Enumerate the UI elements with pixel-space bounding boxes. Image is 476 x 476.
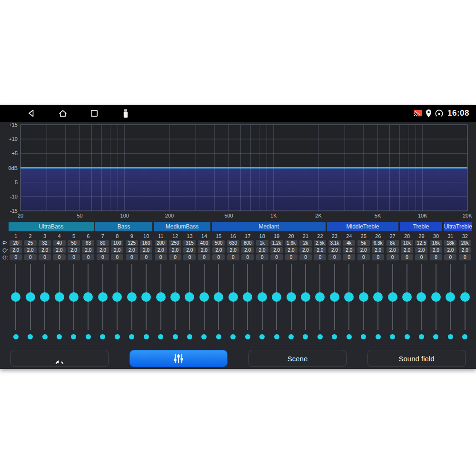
band-gain-slider[interactable] — [182, 261, 197, 333]
slider-knob[interactable] — [402, 292, 412, 302]
band-gain-slider[interactable] — [52, 261, 66, 333]
slider-knob[interactable] — [26, 292, 35, 302]
band-gain-slider[interactable] — [400, 261, 414, 333]
slider-knob[interactable] — [258, 292, 267, 302]
q-row-label: Q: — [2, 247, 8, 254]
recents-button[interactable] — [89, 109, 99, 118]
band-q-value: 2.0 — [285, 247, 298, 253]
slider-knob[interactable] — [185, 292, 194, 302]
band-number: 4 — [58, 233, 60, 240]
band-dot-row — [129, 333, 134, 340]
band-gain-slider[interactable] — [139, 261, 153, 333]
band-indicator-dot — [100, 334, 105, 339]
band-gain-slider[interactable] — [211, 261, 226, 333]
slider-knob[interactable] — [416, 292, 426, 302]
slider-knob[interactable] — [228, 292, 238, 302]
svg-text:1K: 1K — [270, 213, 277, 218]
band-gain-slider[interactable] — [226, 261, 240, 333]
slider-knob[interactable] — [272, 292, 281, 302]
band-freq-value: 1.6k — [285, 240, 298, 246]
band-q-value: 2.0 — [126, 247, 138, 253]
band-gain-slider[interactable] — [9, 261, 23, 333]
band-gain-value: 0 — [227, 254, 239, 260]
band-indicator-dot — [216, 334, 221, 339]
band-freq-value: 315 — [183, 240, 196, 246]
band-gain-slider[interactable] — [153, 261, 168, 333]
slider-knob[interactable] — [315, 292, 325, 302]
band-gain-value: 0 — [256, 254, 268, 260]
slider-knob[interactable] — [156, 292, 166, 302]
band-gain-slider[interactable] — [67, 261, 81, 333]
band-gain-slider[interactable] — [385, 261, 399, 333]
svg-text:20K: 20K — [463, 213, 472, 218]
slider-knob[interactable] — [344, 292, 354, 302]
band-gain-slider[interactable] — [443, 261, 457, 333]
svg-text:-10: -10 — [10, 194, 18, 199]
band-gain-slider[interactable] — [429, 261, 443, 333]
band-gain-slider[interactable] — [342, 261, 356, 333]
band-gain-slider[interactable] — [298, 261, 313, 333]
scene-button[interactable]: Scene — [248, 350, 347, 367]
slider-knob[interactable] — [112, 292, 122, 302]
slider-knob[interactable] — [460, 292, 470, 302]
slider-knob[interactable] — [11, 292, 20, 302]
band-freq-value: 20 — [10, 240, 22, 246]
slider-knob[interactable] — [214, 292, 223, 302]
slider-knob[interactable] — [127, 292, 137, 302]
band-gain-slider[interactable] — [197, 261, 211, 333]
location-icon — [425, 109, 432, 118]
reset-button[interactable] — [10, 350, 109, 367]
band-gain-slider[interactable] — [125, 261, 139, 333]
band-gain-value: 0 — [241, 254, 254, 260]
slider-knob[interactable] — [359, 292, 368, 302]
band-indicator-dot — [303, 334, 308, 339]
band-indicator-dot — [245, 334, 250, 339]
slider-knob[interactable] — [373, 292, 383, 302]
slider-knob[interactable] — [388, 292, 397, 302]
slider-knob[interactable] — [199, 292, 209, 302]
band-gain-slider[interactable] — [96, 261, 110, 333]
band-dot-row — [187, 333, 192, 340]
slider-knob[interactable] — [446, 292, 455, 302]
band-gain-slider[interactable] — [255, 261, 269, 333]
band-gain-slider[interactable] — [357, 261, 371, 333]
band-q-value: 2.0 — [444, 247, 456, 253]
band-gain-slider[interactable] — [240, 261, 255, 333]
band-gain-slider[interactable] — [458, 261, 472, 333]
band-indicator-dot — [274, 334, 279, 339]
bottom-buttons: Scene Sound field — [0, 350, 476, 367]
slider-knob[interactable] — [170, 292, 180, 302]
slider-knob[interactable] — [243, 292, 252, 302]
slider-knob[interactable] — [40, 292, 50, 302]
band-gain-value: 0 — [459, 254, 471, 260]
home-button[interactable] — [58, 109, 68, 118]
band-number: 14 — [201, 233, 207, 240]
slider-knob[interactable] — [83, 292, 93, 302]
band-gain-slider[interactable] — [81, 261, 95, 333]
band-gain-slider[interactable] — [327, 261, 342, 333]
back-button[interactable] — [27, 109, 36, 118]
slider-knob[interactable] — [141, 292, 151, 302]
band-group-ultrabass: UltraBass — [9, 222, 94, 231]
band-gain-slider[interactable] — [414, 261, 428, 333]
slider-knob[interactable] — [431, 292, 441, 302]
band-gain-slider[interactable] — [110, 261, 124, 333]
band-gain-slider[interactable] — [371, 261, 385, 333]
equalizer-button[interactable] — [129, 350, 228, 367]
band-gain-slider[interactable] — [38, 261, 52, 333]
slider-knob[interactable] — [55, 292, 64, 302]
band-gain-slider[interactable] — [313, 261, 327, 333]
slider-knob[interactable] — [330, 292, 339, 302]
band-gain-slider[interactable] — [23, 261, 37, 333]
band-dot-row — [433, 333, 438, 340]
slider-knob[interactable] — [287, 292, 296, 302]
band-dot-row — [317, 333, 323, 340]
band-gain-slider[interactable] — [284, 261, 298, 333]
sound-field-button[interactable]: Sound field — [367, 350, 466, 367]
band-gain-value: 0 — [415, 254, 427, 260]
slider-knob[interactable] — [69, 292, 79, 302]
slider-knob[interactable] — [98, 292, 108, 302]
band-gain-slider[interactable] — [168, 261, 182, 333]
band-gain-slider[interactable] — [269, 261, 284, 333]
slider-knob[interactable] — [301, 292, 310, 302]
